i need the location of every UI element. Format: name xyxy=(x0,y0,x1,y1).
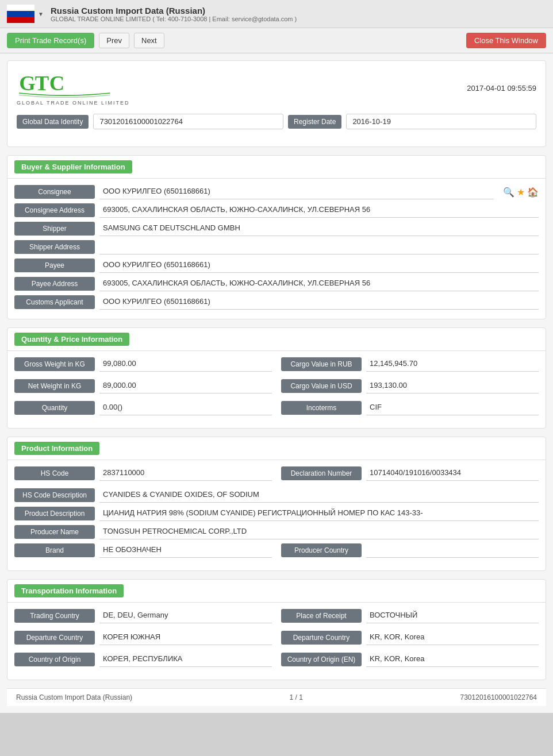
star-icon[interactable]: ★ xyxy=(517,187,525,198)
field-row: Place of ReceiptВОСТОЧНЫЙ xyxy=(281,608,539,623)
product-row-1: HS Code2837110000Declaration Number10714… xyxy=(14,466,539,484)
quantity-price-section: Quantity & Price Information Gross Weigh… xyxy=(7,327,546,429)
print-button[interactable]: Print Trade Record(s) xyxy=(7,33,94,48)
close-window-button[interactable]: Close This Window xyxy=(466,33,546,48)
identity-row: Global Data Identity 7301201610000102276… xyxy=(17,114,536,129)
buyer-supplier-header: Buyer & Supplier Information xyxy=(7,156,546,179)
quantity-price-header: Quantity & Price Information xyxy=(7,328,546,351)
quantity-price-body: Gross Weight in KG99,080.00Cargo Value i… xyxy=(7,351,546,428)
product-body: HS Code2837110000Declaration Number10714… xyxy=(7,460,546,570)
field-value xyxy=(99,240,539,254)
field-label: Consignee xyxy=(14,185,95,199)
buyer-supplier-title: Buyer & Supplier Information xyxy=(14,160,132,173)
register-date-label: Register Date xyxy=(288,115,341,129)
field-row: Shipper Address xyxy=(14,240,539,254)
field-row: IncotermsCIF xyxy=(281,400,539,415)
field-label: Consignee Address xyxy=(14,203,95,217)
logo-area: G T C GLOBAL TRADE ONLINE LIMITED xyxy=(17,70,130,106)
transportation-section: Transportation Information Trading Count… xyxy=(7,579,546,680)
main-content: G T C GLOBAL TRADE ONLINE LIMITED 2017-0… xyxy=(0,53,553,713)
field-value: TONGSUH PETROCHEMICAL CORP.,LTD xyxy=(99,524,539,539)
transportation-header: Transportation Information xyxy=(7,580,546,603)
product-header: Product Information xyxy=(7,437,546,460)
field-value: ООО КУРИЛГЕО (6501168661) xyxy=(99,295,539,310)
field-row: Country of OriginКОРЕЯ, РЕСПУБЛИКА xyxy=(14,652,272,667)
svg-text:T: T xyxy=(35,71,49,95)
field-row: Trading CountryDE, DEU, Germany xyxy=(14,608,272,623)
action-icons: 🔍★🏠 xyxy=(503,187,539,198)
field-row: Producer Country xyxy=(281,543,539,558)
toolbar: Print Trade Record(s) Prev Next Close Th… xyxy=(0,28,553,53)
field-row: HS Code DescriptionCYANIDES & CYANIDE OX… xyxy=(14,488,539,503)
field-value: КОРЕЯ ЮЖНАЯ xyxy=(99,630,272,645)
field-value: 12,145,945.70 xyxy=(366,357,539,372)
field-label: Shipper Address xyxy=(14,240,95,254)
field-row: Product DescriptionЦИАНИД НАТРИЯ 98% (SO… xyxy=(14,506,539,521)
field-value: 0.00() xyxy=(99,400,272,415)
field-row: Departure CountryKR, KOR, Korea xyxy=(281,630,539,645)
field-row: ConsigneeООО КУРИЛГЕО (6501168661)🔍★🏠 xyxy=(14,184,539,199)
field-label: Declaration Number xyxy=(281,466,362,480)
field-value: ООО КУРИЛГЕО (6501168661) xyxy=(99,184,494,199)
logo-tagline: GLOBAL TRADE ONLINE LIMITED xyxy=(17,100,130,106)
field-label: Quantity xyxy=(14,401,95,415)
field-value: 89,000.00 xyxy=(99,379,272,394)
field-label: Producer Name xyxy=(14,525,95,539)
field-label: Product Description xyxy=(14,507,95,520)
field-label: Cargo Value in USD xyxy=(281,379,362,393)
field-value: ООО КУРИЛГЕО (6501168661) xyxy=(99,258,539,273)
field-value: KR, KOR, Korea xyxy=(366,630,539,645)
prev-button[interactable]: Prev xyxy=(99,33,129,48)
field-row: Departure CountryКОРЕЯ ЮЖНАЯ xyxy=(14,630,272,645)
field-label: Country of Origin xyxy=(14,653,95,666)
product-title: Product Information xyxy=(14,442,99,455)
field-value: КОРЕЯ, РЕСПУБЛИКА xyxy=(99,652,272,667)
field-label: Payee xyxy=(14,259,95,272)
field-label: Producer Country xyxy=(281,543,362,557)
buyer-supplier-section: Buyer & Supplier Information ConsigneeОО… xyxy=(7,155,546,319)
field-row: PayeeООО КУРИЛГЕО (6501168661) xyxy=(14,258,539,273)
field-value: 10714040/191016/0033434 xyxy=(366,466,539,481)
gto-logo: G T C xyxy=(17,70,113,99)
home-icon[interactable]: 🏠 xyxy=(527,187,539,198)
svg-text:C: C xyxy=(49,71,64,95)
field-row: Declaration Number10714040/191016/003343… xyxy=(281,466,539,481)
buyer-supplier-body: ConsigneeООО КУРИЛГЕО (6501168661)🔍★🏠Con… xyxy=(7,179,546,319)
field-value: ЦИАНИД НАТРИЯ 98% (SODIUM CYANIDE) РЕГИС… xyxy=(99,506,539,521)
footer-left: Russia Custom Import Data (Russian) xyxy=(16,693,132,701)
transportation-row: Departure CountryКОРЕЯ ЮЖНАЯDeparture Co… xyxy=(14,630,539,649)
next-button[interactable]: Next xyxy=(134,33,164,48)
search-icon[interactable]: 🔍 xyxy=(503,187,514,198)
field-label: Brand xyxy=(14,543,95,557)
field-row: Net Weight in KG89,000.00 xyxy=(14,379,272,394)
field-value: 193,130.00 xyxy=(366,379,539,394)
field-label: Country of Origin (EN) xyxy=(281,653,362,666)
card-header: G T C GLOBAL TRADE ONLINE LIMITED 2017-0… xyxy=(17,70,536,106)
app-title: Russia Custom Import Data (Russian) xyxy=(51,6,546,16)
transportation-row: Country of OriginКОРЕЯ, РЕСПУБЛИКАCountr… xyxy=(14,652,539,670)
field-row: BrandНЕ ОБОЗНАЧЕН xyxy=(14,543,272,558)
field-row: HS Code2837110000 xyxy=(14,466,272,481)
field-label: HS Code xyxy=(14,466,95,480)
field-value: SAMSUNG C&T DEUTSCHLAND GMBH xyxy=(99,221,539,236)
field-value: CIF xyxy=(366,400,539,415)
footer-bar: Russia Custom Import Data (Russian) 1 / … xyxy=(7,688,546,706)
flag-russia xyxy=(7,5,34,23)
field-label: Departure Country xyxy=(14,631,95,645)
transportation-row: Trading CountryDE, DEU, GermanyPlace of … xyxy=(14,608,539,627)
register-date-value: 2016-10-19 xyxy=(346,114,536,129)
field-label: Shipper xyxy=(14,222,95,236)
global-data-identity-value: 73012016100001022764 xyxy=(93,114,283,129)
field-row: ShipperSAMSUNG C&T DEUTSCHLAND GMBH xyxy=(14,221,539,236)
field-label: Departure Country xyxy=(281,631,362,645)
field-row: Cargo Value in RUB12,145,945.70 xyxy=(281,357,539,372)
flag-dropdown-icon[interactable]: ▼ xyxy=(38,11,44,17)
top-bar: ▼ Russia Custom Import Data (Russian) GL… xyxy=(0,0,553,28)
svg-text:G: G xyxy=(19,71,36,95)
field-label: Trading Country xyxy=(14,609,95,623)
field-label: Incoterms xyxy=(281,401,362,415)
field-label: Gross Weight in KG xyxy=(14,357,95,371)
field-value: 99,080.00 xyxy=(99,357,272,372)
global-data-identity-label: Global Data Identity xyxy=(17,115,89,129)
field-label: Payee Address xyxy=(14,277,95,291)
